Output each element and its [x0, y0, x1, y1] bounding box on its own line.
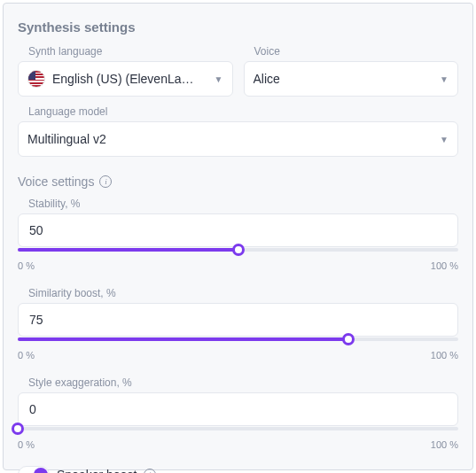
- style-range: 0 % 100 %: [18, 439, 458, 450]
- synth-language-label: Synth language: [28, 45, 233, 58]
- style-slider[interactable]: [18, 423, 458, 436]
- speaker-boost-toggle[interactable]: [18, 466, 50, 473]
- slider-thumb[interactable]: [342, 333, 355, 345]
- similarity-input[interactable]: 75: [18, 303, 458, 337]
- us-flag-icon: [27, 70, 45, 88]
- range-min: 0 %: [18, 350, 35, 361]
- row-lang-voice: Synth language English (US) (ElevenLa… ▼…: [18, 45, 458, 97]
- range-max: 100 %: [431, 350, 458, 361]
- voice-value: Alice: [254, 72, 435, 86]
- range-max: 100 %: [431, 260, 458, 271]
- language-model-value: Multilingual v2: [27, 132, 434, 146]
- synth-language-value: English (US) (ElevenLa…: [52, 72, 209, 86]
- chevron-down-icon: ▼: [440, 135, 449, 144]
- stability-range: 0 % 100 %: [18, 260, 458, 271]
- toggle-knob: [34, 468, 48, 473]
- language-model-select[interactable]: Multilingual v2 ▼: [18, 121, 458, 157]
- similarity-slider[interactable]: [18, 334, 458, 346]
- voice-settings-title: Voice settings: [18, 174, 94, 189]
- speaker-boost-row: Speaker boost i: [18, 466, 458, 473]
- synth-language-field: Synth language English (US) (ElevenLa… ▼: [18, 45, 233, 97]
- slider-track: [18, 427, 458, 430]
- speaker-boost-label: Speaker boost: [57, 468, 137, 473]
- voice-label: Voice: [254, 45, 459, 58]
- style-input[interactable]: 0: [18, 392, 458, 426]
- stability-block: Stability, % 50 0 % 100 %: [18, 198, 458, 271]
- similarity-range: 0 % 100 %: [18, 350, 458, 361]
- slider-fill: [18, 337, 348, 341]
- voice-select[interactable]: Alice ▼: [244, 61, 459, 97]
- language-model-label: Language model: [28, 105, 458, 118]
- slider-thumb[interactable]: [12, 423, 24, 435]
- chevron-down-icon: ▼: [440, 74, 449, 84]
- slider-thumb[interactable]: [232, 244, 245, 256]
- stability-label: Stability, %: [28, 198, 458, 210]
- info-icon[interactable]: i: [144, 469, 156, 473]
- section-title: Synthesis settings: [18, 19, 458, 35]
- synthesis-settings-panel: Synthesis settings Synth language Englis…: [3, 3, 473, 470]
- voice-field: Voice Alice ▼: [244, 45, 459, 97]
- info-icon[interactable]: i: [99, 175, 112, 188]
- style-block: Style exaggeration, % 0 0 % 100 %: [18, 376, 458, 450]
- row-language-model: Language model Multilingual v2 ▼: [18, 105, 458, 157]
- range-max: 100 %: [431, 439, 458, 450]
- chevron-down-icon: ▼: [215, 74, 223, 84]
- slider-fill: [18, 248, 238, 252]
- style-label: Style exaggeration, %: [28, 376, 458, 389]
- similarity-label: Similarity boost, %: [28, 287, 458, 299]
- range-min: 0 %: [18, 439, 35, 450]
- stability-slider[interactable]: [18, 244, 458, 257]
- similarity-block: Similarity boost, % 75 0 % 100 %: [18, 287, 458, 361]
- synth-language-select[interactable]: English (US) (ElevenLa… ▼: [18, 61, 233, 97]
- language-model-field: Language model Multilingual v2 ▼: [18, 105, 458, 157]
- voice-settings-header: Voice settings i: [18, 174, 458, 189]
- range-min: 0 %: [18, 260, 35, 271]
- stability-input[interactable]: 50: [18, 213, 458, 247]
